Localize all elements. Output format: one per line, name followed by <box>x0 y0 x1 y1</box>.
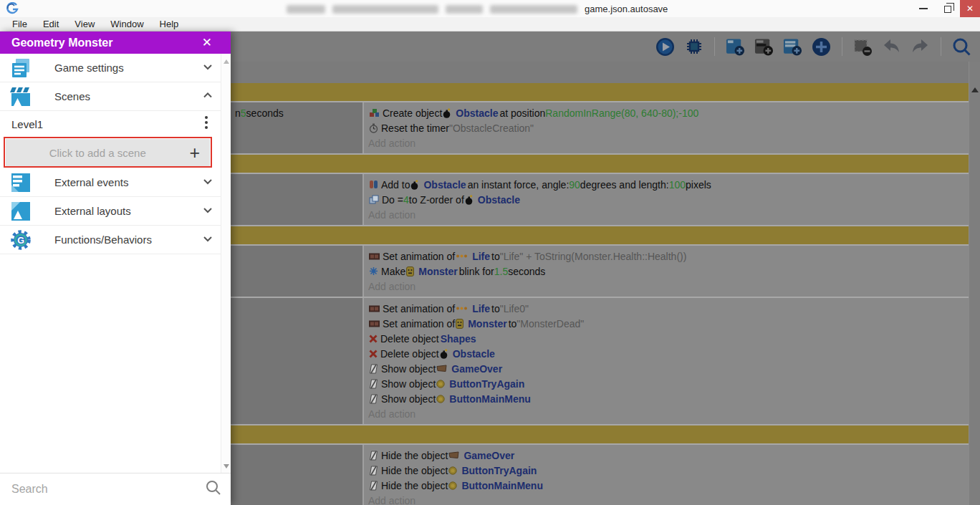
object-link[interactable]: Monster <box>466 318 508 330</box>
scroll-up-icon[interactable] <box>971 87 979 92</box>
add-scene-button[interactable]: Click to add a scene+ <box>6 139 210 166</box>
actions-cell[interactable]: Create object Obstacle at position Rando… <box>364 102 969 153</box>
condition-line[interactable]: n 5 seconds <box>235 105 358 120</box>
object-link[interactable]: Monster <box>417 266 458 277</box>
conditions-cell[interactable] <box>231 174 364 225</box>
kebab-menu-icon[interactable] <box>199 114 213 134</box>
play-icon[interactable] <box>655 37 675 57</box>
add-action-button[interactable]: Add action <box>368 279 969 294</box>
conditions-cell[interactable] <box>231 445 364 505</box>
add-action-button[interactable]: Add action <box>368 406 969 421</box>
menu-item-edit[interactable]: Edit <box>35 17 67 31</box>
action-line[interactable]: Set animation of Monster to "MonsterDead… <box>368 316 969 331</box>
event-row[interactable]: Hide the object GameOverHide the object … <box>231 443 969 505</box>
restore-button[interactable] <box>936 0 960 17</box>
actions-cell[interactable]: Set animation of Life to "Life" + ToStri… <box>364 246 969 297</box>
action-line[interactable]: Add to Obstacle an instant force, angle:… <box>368 177 969 192</box>
action-line[interactable]: Make Monster blink for 1.5 seconds <box>368 264 969 279</box>
action-text: Hide the object <box>381 465 448 476</box>
sidebar-item-external-events[interactable]: External events <box>0 168 221 197</box>
drawer-header: Geometry Monster ✕ <box>0 32 231 54</box>
action-line[interactable]: Set animation of Life to "Life0" <box>368 301 969 316</box>
object-link[interactable]: ButtonMainMenu <box>448 393 532 405</box>
add-action-button[interactable]: Add action <box>368 135 969 150</box>
object-link[interactable]: Obstacle <box>422 179 467 191</box>
search-input[interactable] <box>11 483 205 496</box>
add-event-icon[interactable] <box>726 37 745 57</box>
close-window-button[interactable]: ✕ <box>960 0 980 17</box>
gameover-icon <box>448 451 459 459</box>
redo-icon[interactable] <box>911 37 930 57</box>
events-sheet[interactable]: n 5 secondsCreate object Obstacle at pos… <box>231 62 980 505</box>
drawer-scrollbar[interactable] <box>221 54 231 473</box>
object-link[interactable]: Obstacle <box>476 194 522 206</box>
event-row[interactable]: Set animation of Life to "Life0"Set anim… <box>231 298 969 425</box>
action-line[interactable]: Set animation of Life to "Life" + ToStri… <box>368 249 969 264</box>
object-link[interactable]: Obstacle <box>451 348 496 360</box>
action-line[interactable]: Reset the timer "ObstacleCreation" <box>368 120 969 135</box>
comment-row[interactable] <box>231 83 969 101</box>
menu-item-file[interactable]: File <box>4 17 35 31</box>
add-circle-icon[interactable] <box>812 37 831 57</box>
object-link[interactable]: Life <box>471 251 491 262</box>
action-line[interactable]: Create object Obstacle at position Rando… <box>368 105 969 120</box>
action-line[interactable]: Delete object Shapes <box>368 331 969 346</box>
add-subevent-icon[interactable] <box>754 37 774 57</box>
object-link[interactable]: ButtonMainMenu <box>460 480 544 491</box>
action-line[interactable]: Show object ButtonMainMenu <box>368 391 969 406</box>
actions-cell[interactable]: Hide the object GameOverHide the object … <box>364 445 969 505</box>
delete-selection-icon[interactable] <box>853 37 873 57</box>
actions-cell[interactable]: Add to Obstacle an instant force, angle:… <box>364 174 969 225</box>
action-line[interactable]: Do = 4 to Z-order of Obstacle <box>368 192 969 207</box>
undo-icon[interactable] <box>882 37 901 57</box>
scroll-down-icon[interactable] <box>224 464 229 468</box>
comment-row[interactable] <box>231 425 969 443</box>
minimize-button[interactable] <box>911 0 936 17</box>
event-row[interactable]: Set animation of Life to "Life" + ToStri… <box>231 244 969 298</box>
object-link[interactable]: GameOver <box>450 363 504 375</box>
add-comment-icon[interactable] <box>783 37 802 57</box>
conditions-cell[interactable] <box>231 298 364 424</box>
event-row[interactable]: n 5 secondsCreate object Obstacle at pos… <box>231 101 969 155</box>
blurred-text <box>332 5 438 14</box>
events-list: n 5 secondsCreate object Obstacle at pos… <box>231 83 969 505</box>
menu-item-window[interactable]: Window <box>102 17 151 31</box>
titlebar: game.json.autosave ✕ <box>0 0 980 17</box>
action-text: an instant force, angle: <box>468 179 570 191</box>
drawer-close-icon[interactable]: ✕ <box>202 35 219 50</box>
event-row[interactable]: Add to Obstacle an instant force, angle:… <box>231 173 969 226</box>
action-line[interactable]: Hide the object ButtonMainMenu <box>368 478 969 493</box>
events-scrollbar[interactable] <box>969 62 980 505</box>
action-line[interactable]: Show object GameOver <box>368 361 969 376</box>
comment-row[interactable] <box>231 155 969 173</box>
object-link[interactable]: Shapes <box>439 333 478 345</box>
comment-row[interactable] <box>231 226 969 244</box>
scene-item-level1[interactable]: Level1 <box>0 111 221 137</box>
object-link[interactable]: Obstacle <box>454 107 499 119</box>
object-link[interactable]: ButtonTryAgain <box>460 465 538 476</box>
action-line[interactable]: Delete object Obstacle <box>368 346 969 361</box>
add-action-button[interactable]: Add action <box>368 207 969 222</box>
sidebar-item-scenes[interactable]: Scenes <box>0 82 221 111</box>
sidebar-item-external-layouts[interactable]: External layouts <box>0 197 221 226</box>
object-link[interactable]: Life <box>471 303 491 314</box>
search-icon[interactable] <box>952 37 971 57</box>
actions-cell[interactable]: Set animation of Life to "Life0"Set anim… <box>364 298 969 424</box>
action-line[interactable]: Hide the object ButtonTryAgain <box>368 463 969 478</box>
conditions-cell[interactable] <box>231 246 364 297</box>
conditions-cell[interactable]: n 5 seconds <box>231 102 364 153</box>
menu-item-view[interactable]: View <box>67 17 102 31</box>
sidebar-item-functions-behaviors[interactable]: GFunctions/Behaviors <box>0 226 221 254</box>
add-action-button[interactable]: Add action <box>368 493 969 505</box>
action-text: Set animation of <box>383 318 455 330</box>
menu-bar: FileEditViewWindowHelp <box>0 17 980 32</box>
sidebar-item-game-settings[interactable]: Game settings <box>0 54 221 82</box>
object-link[interactable]: GameOver <box>462 450 516 461</box>
scroll-up-icon[interactable] <box>224 59 229 64</box>
menu-item-help[interactable]: Help <box>152 17 187 31</box>
action-line[interactable]: Hide the object GameOver <box>368 448 969 463</box>
debug-icon[interactable] <box>684 37 703 57</box>
object-link[interactable]: ButtonTryAgain <box>448 378 526 390</box>
parameter-value: 4 <box>403 194 409 206</box>
action-line[interactable]: Show object ButtonTryAgain <box>368 376 969 391</box>
